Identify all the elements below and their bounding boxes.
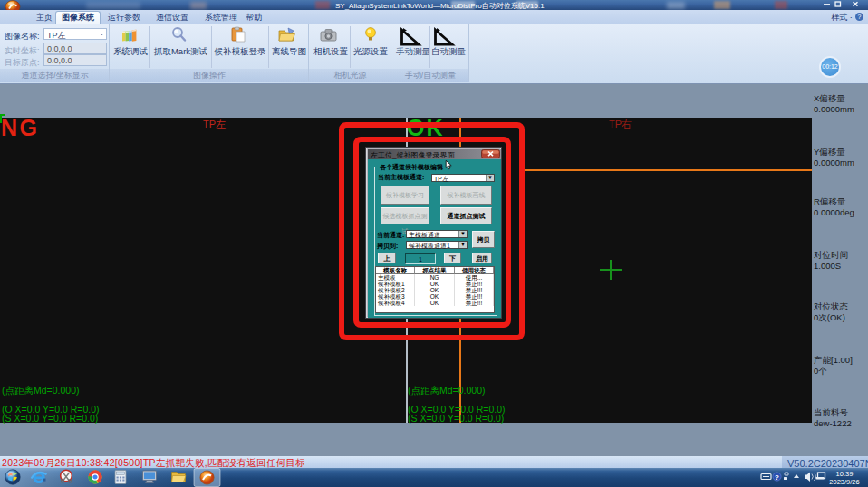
svg-text:?: ? <box>775 473 779 482</box>
svg-text:2023/9/26: 2023/9/26 <box>829 478 859 486</box>
